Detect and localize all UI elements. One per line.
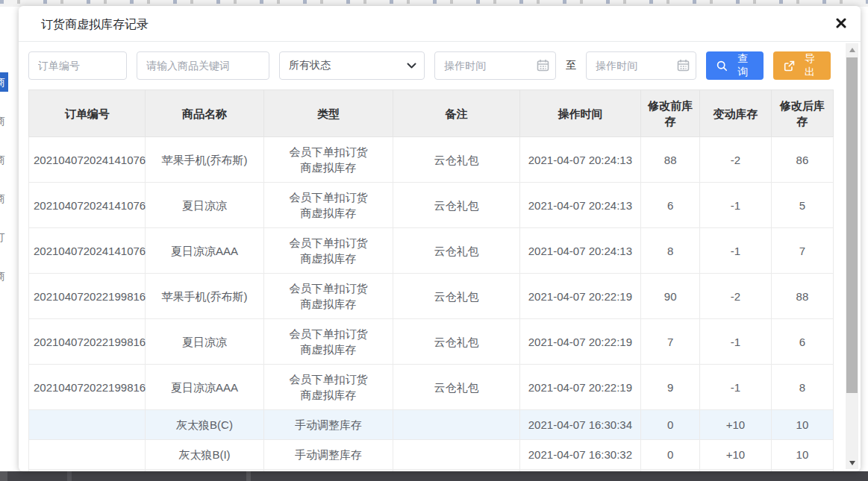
- cell: [393, 440, 519, 470]
- table-row[interactable]: 202104072022199816夏日凉凉会员下单扣订货商虚拟库存云仓礼包20…: [29, 319, 834, 365]
- cell: 会员下单扣订货商虚拟库存: [263, 228, 393, 274]
- export-button[interactable]: 导出: [773, 51, 831, 80]
- table-body: 202104072024141076苹果手机(乔布斯)会员下单扣订货商虚拟库存云…: [29, 137, 834, 472]
- end-date-input[interactable]: [586, 51, 696, 80]
- cell: 苹果手机(乔布斯): [146, 137, 263, 183]
- type-cell-text: 会员下单扣订货商虚拟库存: [287, 371, 370, 403]
- start-date-input[interactable]: [434, 51, 556, 80]
- cell: 云仓礼包: [393, 183, 519, 228]
- status-select-value: 所有状态: [289, 59, 331, 72]
- virtual-stock-record-modal: 订货商虚拟库存记录 所有状态 至: [19, 6, 861, 471]
- cell: -1: [699, 319, 771, 365]
- type-cell-text: 会员下单扣订货商虚拟库存: [287, 326, 370, 357]
- scrollbar-up-button[interactable]: [846, 43, 858, 56]
- cell: 2021-04-07 20:24:13: [519, 228, 641, 274]
- table-row[interactable]: 202104072022199816苹果手机(乔布斯)会员下单扣订货商虚拟库存云…: [29, 274, 834, 319]
- table-row[interactable]: 灰太狼B(E)手动调整库存2021-04-07 16:30:310+1010: [29, 470, 834, 472]
- export-icon: [784, 60, 795, 72]
- cell: 2021-04-07 20:22:19: [519, 319, 641, 365]
- scrollbar-down-button[interactable]: [846, 456, 858, 469]
- cell: 会员下单扣订货商虚拟库存: [263, 183, 393, 228]
- close-button[interactable]: [834, 16, 849, 31]
- cell: [29, 470, 146, 472]
- records-table-container: 订单编号商品名称类型备注操作时间修改前库存变动库存修改后库存 202104072…: [28, 89, 834, 471]
- column-header: 备注: [393, 90, 519, 137]
- cell: [29, 440, 146, 470]
- cell: 202104072024141076: [29, 228, 146, 274]
- cell: 0: [641, 440, 700, 470]
- cell: 会员下单扣订货商虚拟库存: [263, 365, 393, 410]
- type-cell-text: 会员下单扣订货商虚拟库存: [287, 280, 370, 312]
- cell: 202104072024141076: [29, 183, 146, 228]
- cell: 86: [771, 137, 833, 183]
- cell: 2021-04-07 20:22:19: [519, 274, 641, 319]
- cell: 2021-04-07 16:30:32: [519, 440, 641, 470]
- cell: 202104072022199816: [29, 274, 146, 319]
- table-row[interactable]: 202104072024141076夏日凉凉AAA会员下单扣订货商虚拟库存云仓礼…: [29, 228, 834, 274]
- cell: 0: [641, 410, 700, 440]
- cell: -1: [699, 365, 771, 410]
- cell: 88: [641, 137, 700, 183]
- type-cell-text: 手动调整库存: [295, 447, 362, 462]
- background-sidebar-sliver: 商商商商订商: [0, 7, 19, 471]
- cell: 夏日凉凉: [146, 183, 263, 228]
- cell: [393, 470, 519, 472]
- cell: -2: [699, 137, 771, 183]
- filter-bar: 所有状态 至: [19, 42, 861, 89]
- cell: 灰太狼B(E): [146, 470, 263, 472]
- table-row[interactable]: 202104072024141076夏日凉凉会员下单扣订货商虚拟库存云仓礼包20…: [29, 183, 834, 228]
- search-button-label: 查询: [732, 52, 753, 79]
- cell: 灰太狼B(I): [146, 440, 263, 470]
- table-row[interactable]: 202104072024141076苹果手机(乔布斯)会员下单扣订货商虚拟库存云…: [29, 137, 834, 183]
- date-range-to-label: 至: [566, 59, 576, 72]
- status-select[interactable]: 所有状态: [279, 51, 425, 80]
- cell: 10: [771, 470, 833, 472]
- type-cell-text: 会员下单扣订货商虚拟库存: [287, 144, 370, 175]
- cell: -2: [699, 274, 771, 319]
- cell: 2021-04-07 20:24:13: [519, 183, 641, 228]
- type-cell-text: 会员下单扣订货商虚拟库存: [287, 235, 370, 266]
- cell: 夏日凉凉AAA: [146, 365, 263, 410]
- cell: 90: [641, 274, 700, 319]
- cell: 灰太狼B(C): [146, 410, 263, 440]
- cell: 2021-04-07 16:30:31: [519, 470, 641, 472]
- chevron-down-icon: [407, 63, 416, 69]
- type-cell-text: 手动调整库存: [295, 417, 362, 433]
- cell: 202104072022199816: [29, 365, 146, 410]
- background-sidebar-item-fragment: 订: [0, 227, 8, 247]
- cell: 云仓礼包: [393, 137, 519, 183]
- cell: 2021-04-07 16:30:34: [519, 410, 641, 440]
- cell: 云仓礼包: [393, 228, 519, 274]
- cell: 2021-04-07 20:22:19: [519, 365, 641, 410]
- search-button[interactable]: 查询: [706, 51, 764, 80]
- cell: 会员下单扣订货商虚拟库存: [263, 319, 393, 365]
- modal-header: 订货商虚拟库存记录: [19, 6, 861, 42]
- column-header: 操作时间: [519, 90, 641, 137]
- cell: 手动调整库存: [263, 410, 393, 440]
- cell: -1: [699, 183, 771, 228]
- cell: 9: [641, 365, 700, 410]
- cell: 云仓礼包: [393, 365, 519, 410]
- search-icon: [716, 60, 728, 72]
- cell: 会员下单扣订货商虚拟库存: [263, 274, 393, 319]
- cell: 8: [771, 365, 833, 410]
- table-row[interactable]: 灰太狼B(C)手动调整库存2021-04-07 16:30:340+1010: [29, 410, 834, 440]
- cell: -1: [699, 228, 771, 274]
- triangle-down-icon: [849, 461, 855, 465]
- cell: 10: [771, 440, 833, 470]
- scrollbar-thumb[interactable]: [846, 57, 858, 393]
- cell: 10: [771, 410, 833, 440]
- cell: +10: [699, 410, 771, 440]
- cell: 6: [771, 319, 833, 365]
- cell: 0: [641, 470, 700, 472]
- cell: [393, 410, 519, 440]
- column-header: 订单编号: [29, 90, 146, 137]
- table-row[interactable]: 202104072022199816夏日凉凉AAA会员下单扣订货商虚拟库存云仓礼…: [29, 365, 834, 410]
- order-number-input[interactable]: [28, 51, 127, 80]
- records-table: 订单编号商品名称类型备注操作时间修改前库存变动库存修改后库存 202104072…: [28, 89, 834, 471]
- vertical-scrollbar[interactable]: [846, 43, 858, 469]
- table-row[interactable]: 灰太狼B(I)手动调整库存2021-04-07 16:30:320+1010: [29, 440, 834, 470]
- product-keyword-input[interactable]: [137, 51, 269, 80]
- type-cell-text: 会员下单扣订货商虚拟库存: [287, 189, 370, 221]
- cell: 手动调整库存: [263, 440, 393, 470]
